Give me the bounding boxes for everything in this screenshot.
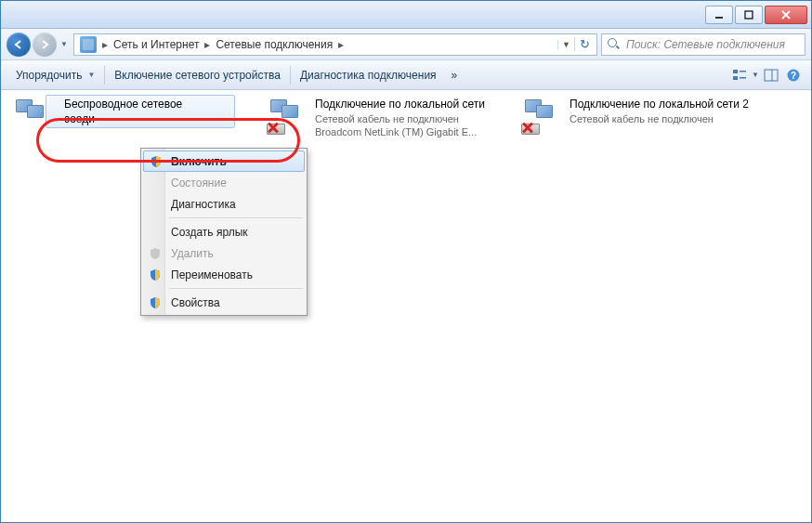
svg-rect-6 <box>740 71 746 72</box>
disconnected-x-icon <box>521 122 534 135</box>
svg-rect-4 <box>733 70 738 73</box>
shield-icon <box>149 268 162 281</box>
nav-history-dropdown[interactable]: ▼ <box>59 40 70 48</box>
maximize-button[interactable] <box>735 6 763 24</box>
shield-icon <box>149 296 162 309</box>
breadcrumb[interactable]: ▸ Сеть и Интернет ▸ Сетевые подключения … <box>73 33 597 56</box>
ctx-diagnose-label: Диагностика <box>171 198 236 211</box>
ctx-enable[interactable]: Включить <box>143 150 305 172</box>
content-area: Беспроводное сетевое соеди Подключение п… <box>1 90 811 522</box>
context-menu: Включить Состояние Диагностика Создать я… <box>140 148 308 316</box>
back-button[interactable] <box>7 33 31 57</box>
search-input[interactable]: Поиск: Сетевые подключения <box>601 33 805 56</box>
svg-rect-0 <box>715 17 723 19</box>
help-button[interactable]: ? <box>783 65 804 85</box>
minimize-button[interactable] <box>705 6 733 24</box>
ctx-shortcut-label: Создать ярлык <box>171 226 248 239</box>
organize-label: Упорядочить <box>16 69 82 82</box>
diagnose-button[interactable]: Диагностика подключения <box>293 65 444 85</box>
search-icon <box>608 38 621 51</box>
connection-name: Подключение по локальной сети 2 <box>570 98 749 112</box>
refresh-button[interactable]: ↻ <box>574 37 595 51</box>
ctx-delete: Удалить <box>143 242 305 264</box>
shield-icon <box>150 155 163 168</box>
connection-name: Подключение по локальной сети <box>315 98 485 112</box>
separator <box>169 217 303 218</box>
connection-name-line2: соеди <box>64 112 237 127</box>
separator <box>104 66 105 85</box>
connection-item-lan1[interactable]: Подключение по локальной сети Сетевой ка… <box>267 98 499 138</box>
ctx-diagnose[interactable]: Диагностика <box>143 193 305 215</box>
wireless-icon <box>12 98 53 135</box>
preview-pane-button[interactable] <box>761 65 781 85</box>
ctx-status-label: Состояние <box>171 177 227 190</box>
svg-text:?: ? <box>791 71 796 81</box>
breadcrumb-dropdown[interactable]: ▼ <box>557 40 574 49</box>
toolbar: Упорядочить▼ Включение сетевого устройст… <box>1 60 811 90</box>
ctx-status: Состояние <box>143 172 305 193</box>
connection-adapter: Broadcom NetLink (TM) Gigabit E... <box>315 125 485 138</box>
connection-name: Беспроводное сетевое <box>64 98 237 112</box>
separator <box>290 66 291 85</box>
location-icon <box>80 36 97 53</box>
ethernet-icon <box>521 98 562 135</box>
chevron-right-icon: ▸ <box>100 38 110 51</box>
connection-item-wireless[interactable]: Беспроводное сетевое соеди <box>12 98 244 135</box>
ctx-enable-label: Включить <box>171 155 227 168</box>
chevron-right-icon: ▸ <box>203 38 212 51</box>
disconnected-x-icon <box>267 122 280 135</box>
toolbar-right: ▼ ? <box>729 65 804 85</box>
forward-button[interactable] <box>33 33 57 57</box>
diagnose-label: Диагностика подключения <box>300 69 437 82</box>
svg-rect-7 <box>740 77 746 79</box>
enable-device-button[interactable]: Включение сетевого устройства <box>107 65 288 85</box>
address-bar: ▼ ▸ Сеть и Интернет ▸ Сетевые подключени… <box>1 29 811 60</box>
separator <box>169 288 303 289</box>
search-placeholder: Поиск: Сетевые подключения <box>626 38 785 51</box>
chevron-right-icon: ▸ <box>336 38 346 51</box>
svg-rect-8 <box>765 70 778 81</box>
view-dropdown[interactable]: ▼ <box>752 71 759 79</box>
organize-menu[interactable]: Упорядочить▼ <box>8 65 102 85</box>
connection-status: Сетевой кабель не подключен <box>315 112 485 125</box>
ctx-shortcut[interactable]: Создать ярлык <box>143 221 305 242</box>
window: ▼ ▸ Сеть и Интернет ▸ Сетевые подключени… <box>0 0 812 523</box>
titlebar <box>1 1 811 29</box>
svg-rect-5 <box>733 76 738 80</box>
ctx-delete-label: Удалить <box>171 247 214 260</box>
ctx-properties[interactable]: Свойства <box>143 292 305 313</box>
ctx-properties-label: Свойства <box>171 296 220 309</box>
ctx-rename-label: Переименовать <box>171 268 253 281</box>
enable-device-label: Включение сетевого устройства <box>114 69 281 82</box>
breadcrumb-seg-1[interactable]: Сеть и Интернет <box>110 38 203 51</box>
nav-buttons: ▼ <box>7 33 70 57</box>
connection-item-lan2[interactable]: Подключение по локальной сети 2 Сетевой … <box>521 98 753 135</box>
shield-icon <box>149 247 162 260</box>
view-mode-button[interactable] <box>729 65 750 85</box>
ctx-rename[interactable]: Переименовать <box>143 264 305 285</box>
connection-status: Сетевой кабель не подключен <box>570 112 749 125</box>
breadcrumb-seg-2[interactable]: Сетевые подключения <box>212 38 336 51</box>
overflow-button[interactable]: » <box>444 65 465 85</box>
overflow-label: » <box>452 69 458 82</box>
ethernet-icon <box>267 98 308 135</box>
svg-rect-1 <box>745 11 753 19</box>
close-button[interactable] <box>765 6 807 24</box>
